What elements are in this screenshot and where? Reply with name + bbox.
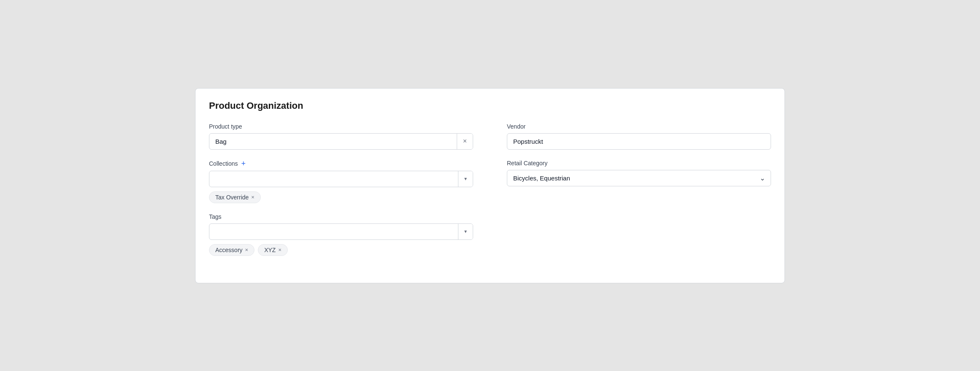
tag-xyz: XYZ × xyxy=(258,244,288,256)
right-column: Vendor Retail Category Bicycles, Equestr… xyxy=(507,123,771,266)
card-title: Product Organization xyxy=(209,100,771,111)
retail-category-group: Retail Category Bicycles, Equestrian ⌄ xyxy=(507,160,771,186)
collections-dropdown-button[interactable]: ▾ xyxy=(458,171,473,187)
tags-input-wrapper: ▾ xyxy=(209,223,473,240)
collections-group: Collections + ▾ Tax Override × xyxy=(209,160,473,203)
tag-accessory-remove-button[interactable]: × xyxy=(245,247,249,253)
product-organization-card: Product Organization Product type × Coll… xyxy=(195,88,785,283)
collections-add-button[interactable]: + xyxy=(241,160,246,167)
retail-category-select[interactable]: Bicycles, Equestrian xyxy=(507,170,771,186)
vendor-input[interactable] xyxy=(507,133,771,150)
product-type-input[interactable] xyxy=(209,134,457,149)
collections-label: Collections + xyxy=(209,160,473,167)
retail-category-label: Retail Category xyxy=(507,160,771,167)
retail-category-select-wrapper: Bicycles, Equestrian ⌄ xyxy=(507,170,771,186)
vendor-group: Vendor xyxy=(507,123,771,150)
collections-input[interactable] xyxy=(209,171,458,187)
tax-override-tag: Tax Override × xyxy=(209,191,261,203)
tag-accessory: Accessory × xyxy=(209,244,254,256)
product-type-clear-button[interactable]: × xyxy=(457,134,473,149)
tags-group: Tags ▾ Accessory × XYZ × xyxy=(209,213,473,256)
product-type-group: Product type × xyxy=(209,123,473,150)
tags-list: Accessory × XYZ × xyxy=(209,244,473,256)
product-type-input-wrapper: × xyxy=(209,133,473,150)
product-type-label: Product type xyxy=(209,123,473,130)
tag-xyz-remove-button[interactable]: × xyxy=(278,247,281,253)
collections-tags: Tax Override × xyxy=(209,191,473,203)
tax-override-remove-button[interactable]: × xyxy=(251,194,254,200)
left-column: Product type × Collections + ▾ xyxy=(209,123,473,266)
tags-input[interactable] xyxy=(209,224,458,239)
tags-label: Tags xyxy=(209,213,473,220)
tags-dropdown-button[interactable]: ▾ xyxy=(458,224,473,239)
vendor-label: Vendor xyxy=(507,123,771,130)
collections-input-wrapper: ▾ xyxy=(209,171,473,187)
